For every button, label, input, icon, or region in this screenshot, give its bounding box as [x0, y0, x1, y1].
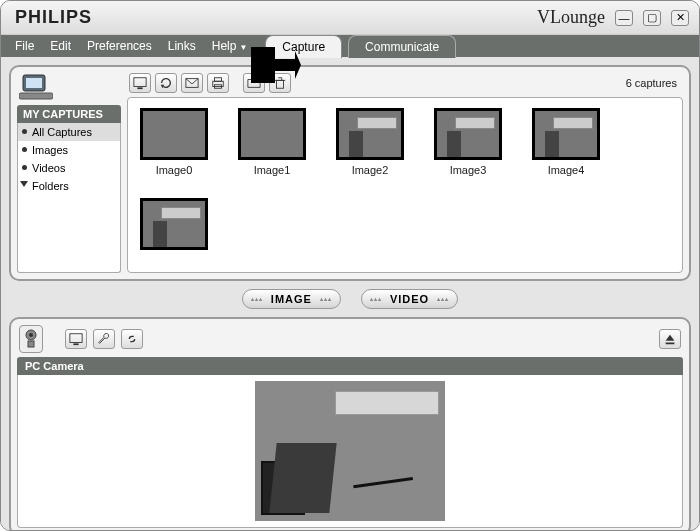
monitor-icon: [69, 332, 83, 346]
tab-communicate[interactable]: Communicate: [348, 35, 456, 58]
fullscreen-button[interactable]: [65, 329, 87, 349]
printer-icon: [211, 76, 225, 90]
svg-marker-17: [666, 335, 675, 341]
camera-live-image: [255, 381, 445, 521]
svg-rect-2: [26, 78, 42, 88]
thumbnail-unnamed[interactable]: [138, 198, 210, 254]
thumb-label: Image2: [352, 164, 389, 176]
bullet-icon: [22, 165, 27, 170]
svg-rect-9: [215, 78, 222, 82]
trash-icon: [273, 76, 287, 90]
thumb-row: Image0 Image1 Image2 Image3 Image4: [138, 108, 672, 254]
thumb-image: [140, 198, 208, 250]
thumbnail-image4[interactable]: Image4: [530, 108, 602, 176]
brand-logo: PHILIPS: [15, 7, 92, 28]
thumb-label: Image1: [254, 164, 291, 176]
new-folder-button[interactable]: [243, 73, 265, 93]
sidebar-item-label: All Captures: [32, 126, 92, 138]
eject-button[interactable]: [659, 329, 681, 349]
svg-rect-14: [28, 341, 34, 347]
thumb-label: Image0: [156, 164, 193, 176]
print-button[interactable]: [207, 73, 229, 93]
sidebar-item-label: Videos: [32, 162, 65, 174]
chain-icon: [125, 332, 139, 346]
sidebar-item-label: Folders: [32, 180, 69, 192]
live-detail: [353, 477, 417, 515]
maximize-button[interactable]: ▢: [643, 10, 661, 26]
menu-links[interactable]: Links: [160, 37, 204, 55]
chevron-down-icon: ▼: [239, 43, 247, 52]
captures-panel: MY CAPTURES All Captures Images Videos F…: [9, 65, 691, 281]
menubar: File Edit Preferences Links Help▼ Captur…: [1, 35, 699, 57]
thumb-image: [336, 108, 404, 160]
thumbnail-image0[interactable]: Image0: [138, 108, 210, 176]
email-button[interactable]: [181, 73, 203, 93]
thumbnail-image3[interactable]: Image3: [432, 108, 504, 176]
sidebar-item-all-captures[interactable]: All Captures: [18, 123, 120, 141]
computer-icon: [19, 73, 53, 101]
camera-viewport: [17, 375, 683, 528]
titlebar-right: VLounge — ▢ ✕: [537, 7, 689, 28]
thumbnail-image2[interactable]: Image2: [334, 108, 406, 176]
camera-toolbar: [17, 325, 683, 357]
rotate-button[interactable]: [155, 73, 177, 93]
minimize-button[interactable]: —: [615, 10, 633, 26]
thumb-label: Image3: [450, 164, 487, 176]
wrench-icon: [97, 332, 111, 346]
live-detail: [261, 461, 305, 515]
app-name: VLounge: [537, 7, 605, 28]
menu-edit[interactable]: Edit: [42, 37, 79, 55]
thumb-label: Image4: [548, 164, 585, 176]
eject-icon: [663, 332, 677, 346]
camera-panel: PC Camera: [9, 317, 691, 530]
envelope-icon: [185, 76, 199, 90]
sidebar-item-videos[interactable]: Videos: [18, 159, 120, 177]
svg-rect-16: [73, 343, 78, 345]
main-tabs: Capture Communicate: [265, 35, 462, 58]
captures-toolbar: 6 captures: [127, 73, 683, 97]
svg-point-13: [29, 333, 33, 337]
triangle-down-icon: [20, 181, 28, 187]
svg-rect-11: [277, 80, 284, 88]
app-window: PHILIPS VLounge — ▢ ✕ File Edit Preferen…: [0, 0, 700, 531]
sidebar-item-label: Images: [32, 144, 68, 156]
titlebar: PHILIPS VLounge — ▢ ✕: [1, 1, 699, 35]
thumb-image: [140, 108, 208, 160]
view-button[interactable]: [129, 73, 151, 93]
svg-rect-3: [19, 93, 53, 99]
image-mode-button[interactable]: IMAGE: [242, 289, 341, 309]
captures-sidebar: MY CAPTURES All Captures Images Videos F…: [17, 73, 121, 273]
close-button[interactable]: ✕: [671, 10, 689, 26]
video-mode-button[interactable]: VIDEO: [361, 289, 458, 309]
menu-preferences[interactable]: Preferences: [79, 37, 160, 55]
thumbnail-image1[interactable]: Image1: [236, 108, 308, 176]
delete-button[interactable]: [269, 73, 291, 93]
monitor-icon: [133, 76, 147, 90]
sidebar-heading: MY CAPTURES: [17, 105, 121, 123]
bullet-icon: [22, 129, 27, 134]
folder-plus-icon: [247, 76, 261, 90]
svg-rect-4: [134, 78, 146, 87]
thumb-image: [434, 108, 502, 160]
rotate-icon: [159, 76, 173, 90]
menu-help[interactable]: Help▼: [204, 37, 256, 55]
menu-file[interactable]: File: [7, 37, 42, 55]
svg-rect-5: [137, 87, 142, 89]
settings-button[interactable]: [93, 329, 115, 349]
sidebar-item-images[interactable]: Images: [18, 141, 120, 159]
link-button[interactable]: [121, 329, 143, 349]
thumb-image: [532, 108, 600, 160]
bullet-icon: [22, 147, 27, 152]
captures-grid[interactable]: Image0 Image1 Image2 Image3 Image4: [127, 97, 683, 273]
svg-rect-15: [70, 334, 82, 343]
thumb-image: [238, 108, 306, 160]
webcam-icon: [19, 325, 43, 353]
client-area: MY CAPTURES All Captures Images Videos F…: [1, 57, 699, 530]
captures-count: 6 captures: [626, 77, 681, 89]
sidebar-item-folders[interactable]: Folders: [18, 177, 120, 195]
tab-capture[interactable]: Capture: [265, 35, 342, 58]
menu-help-label: Help: [212, 39, 237, 53]
camera-heading: PC Camera: [17, 357, 683, 375]
svg-rect-18: [666, 343, 675, 345]
captures-grid-wrap: 6 captures Image0 Image1 Image2 Image3 I…: [127, 73, 683, 273]
